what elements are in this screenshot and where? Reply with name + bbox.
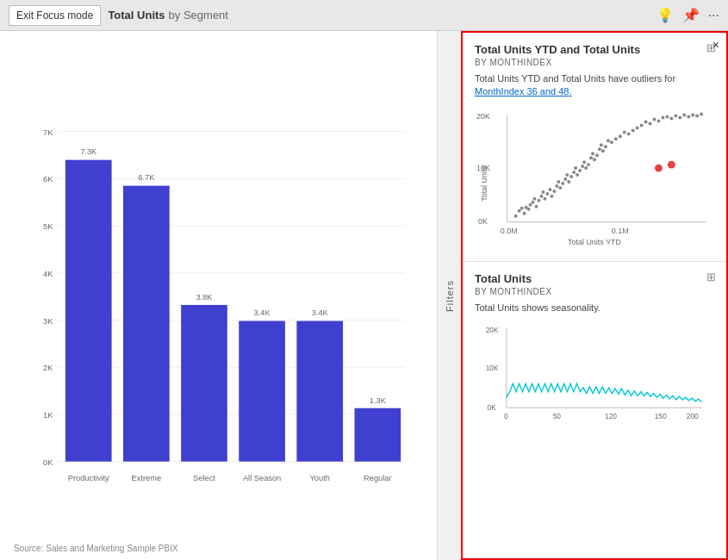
svg-point-76 bbox=[598, 147, 601, 151]
svg-point-65 bbox=[574, 166, 577, 170]
svg-text:20K: 20K bbox=[486, 326, 499, 334]
svg-point-98 bbox=[682, 113, 686, 116]
svg-text:4K: 4K bbox=[43, 270, 53, 278]
svg-point-91 bbox=[653, 117, 656, 121]
svg-point-39 bbox=[518, 209, 521, 213]
card2-title: Total Units bbox=[475, 272, 714, 285]
right-panel: × Total Units YTD and Total Units BY MON… bbox=[461, 31, 728, 560]
lightbulb-icon[interactable]: 💡 bbox=[656, 7, 674, 23]
svg-point-55 bbox=[552, 190, 556, 193]
bar-all-season bbox=[239, 321, 285, 462]
svg-point-81 bbox=[610, 140, 613, 144]
card2-by: BY MONTHINDEX bbox=[475, 287, 714, 296]
card1-by: BY MONTHINDEX bbox=[475, 58, 714, 67]
bar-regular bbox=[354, 408, 401, 462]
svg-point-56 bbox=[555, 184, 558, 188]
svg-point-86 bbox=[632, 128, 635, 132]
svg-text:Productivity: Productivity bbox=[68, 474, 109, 482]
line-chart-area: 20K 10K 0K 0 50 120 150 200 bbox=[475, 321, 714, 433]
page-title: Total Units bbox=[108, 9, 165, 22]
filters-tab[interactable]: Filters bbox=[437, 31, 461, 560]
svg-text:0K: 0K bbox=[488, 403, 497, 412]
outlier-dot-1 bbox=[655, 164, 663, 171]
svg-point-38 bbox=[514, 214, 518, 217]
scatter-chart-area: 20K 10K 0K 0.0M 0.1M Total Units YTD Tot… bbox=[475, 106, 714, 252]
svg-point-66 bbox=[576, 173, 579, 177]
chart-panel: 0K 1K 2K 3K 4K 5K 6K 7K 7.3K Productivit… bbox=[0, 31, 437, 560]
more-icon[interactable]: ··· bbox=[708, 8, 719, 23]
svg-point-85 bbox=[627, 132, 631, 135]
pin-icon[interactable]: 📌 bbox=[682, 7, 700, 23]
svg-point-53 bbox=[548, 188, 551, 191]
chart-source: Source: Sales and Marketing Sample PBIX bbox=[14, 544, 423, 553]
svg-text:Total Units YTD: Total Units YTD bbox=[568, 238, 621, 246]
svg-point-54 bbox=[550, 195, 553, 198]
card1-desc: Total Units YTD and Total Units have out… bbox=[475, 72, 714, 99]
main-content: 0K 1K 2K 3K 4K 5K 6K 7K 7.3K Productivit… bbox=[0, 31, 728, 560]
scatter-svg: 20K 10K 0K 0.0M 0.1M Total Units YTD Tot… bbox=[475, 106, 714, 252]
svg-text:3.8K: 3.8K bbox=[196, 293, 213, 302]
svg-text:Extreme: Extreme bbox=[132, 474, 162, 482]
svg-text:6K: 6K bbox=[43, 175, 53, 184]
bar-youth bbox=[296, 321, 343, 462]
header: Exit Focus mode Total Units by Segment 💡… bbox=[0, 0, 728, 31]
svg-point-48 bbox=[537, 199, 540, 202]
svg-point-95 bbox=[669, 116, 673, 120]
svg-point-94 bbox=[665, 115, 669, 118]
svg-point-49 bbox=[539, 195, 543, 198]
svg-text:0K: 0K bbox=[43, 458, 53, 467]
svg-text:5K: 5K bbox=[43, 222, 53, 231]
svg-point-97 bbox=[678, 115, 681, 119]
svg-point-99 bbox=[687, 115, 690, 118]
exit-focus-button[interactable]: Exit Focus mode bbox=[9, 5, 101, 26]
svg-point-60 bbox=[563, 177, 567, 181]
svg-text:Total Units: Total Units bbox=[480, 165, 488, 201]
svg-point-75 bbox=[595, 153, 599, 157]
svg-point-68 bbox=[581, 165, 584, 168]
svg-text:7.3K: 7.3K bbox=[80, 147, 97, 156]
svg-point-62 bbox=[567, 180, 570, 184]
svg-point-61 bbox=[565, 173, 569, 177]
svg-point-50 bbox=[541, 190, 544, 194]
svg-point-101 bbox=[695, 114, 699, 117]
svg-point-40 bbox=[520, 207, 524, 210]
card2-pin-icon[interactable]: ⊞ bbox=[706, 271, 716, 283]
svg-point-83 bbox=[619, 134, 622, 138]
svg-point-89 bbox=[644, 120, 648, 123]
header-actions: 💡 📌 ··· bbox=[656, 7, 719, 23]
outlier-dot-2 bbox=[668, 160, 675, 168]
svg-point-45 bbox=[532, 201, 535, 204]
page-subtitle: by Segment bbox=[169, 9, 228, 22]
bar-chart-svg: 0K 1K 2K 3K 4K 5K 6K 7K 7.3K Productivit… bbox=[14, 45, 423, 540]
svg-text:0K: 0K bbox=[478, 216, 488, 225]
svg-point-41 bbox=[523, 212, 526, 215]
outlier-link[interactable]: MonthIndex 36 and 48. bbox=[475, 86, 572, 96]
svg-point-57 bbox=[557, 180, 560, 184]
svg-text:Select: Select bbox=[193, 474, 215, 482]
svg-text:3.4K: 3.4K bbox=[312, 308, 329, 317]
svg-point-73 bbox=[591, 152, 594, 155]
svg-text:0: 0 bbox=[504, 412, 508, 420]
svg-point-64 bbox=[572, 171, 576, 174]
svg-point-79 bbox=[604, 145, 607, 148]
svg-point-43 bbox=[527, 208, 531, 211]
close-button[interactable]: × bbox=[712, 38, 719, 52]
svg-text:Regular: Regular bbox=[364, 474, 392, 482]
insight-card-scatter: Total Units YTD and Total Units BY MONTH… bbox=[463, 33, 726, 262]
bar-chart-area: 0K 1K 2K 3K 4K 5K 6K 7K 7.3K Productivit… bbox=[14, 45, 423, 540]
svg-text:Youth: Youth bbox=[310, 474, 330, 482]
svg-text:50: 50 bbox=[553, 412, 562, 420]
svg-point-100 bbox=[691, 113, 694, 116]
svg-point-78 bbox=[601, 149, 605, 152]
svg-point-82 bbox=[614, 137, 618, 140]
svg-text:20K: 20K bbox=[476, 112, 490, 121]
line-svg: 20K 10K 0K 0 50 120 150 200 bbox=[475, 321, 714, 433]
svg-text:3K: 3K bbox=[43, 317, 53, 326]
svg-text:1.3K: 1.3K bbox=[370, 396, 387, 405]
line-chart-path bbox=[507, 384, 702, 402]
svg-text:6.7K: 6.7K bbox=[138, 173, 155, 182]
svg-text:0.0M: 0.0M bbox=[501, 226, 518, 234]
svg-point-46 bbox=[533, 197, 537, 201]
filters-label: Filters bbox=[445, 280, 455, 312]
bar-select bbox=[181, 305, 227, 462]
